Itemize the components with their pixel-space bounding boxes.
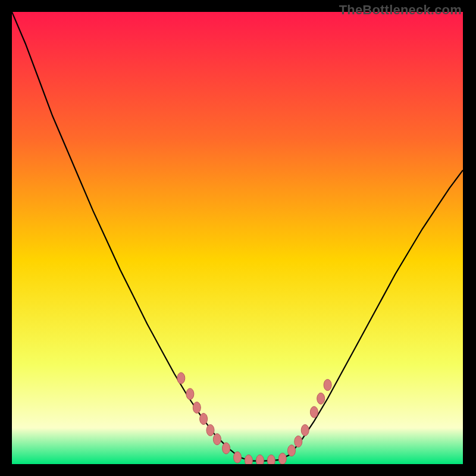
curve-marker xyxy=(186,389,194,400)
curve-marker xyxy=(267,455,275,464)
curve-marker xyxy=(177,372,185,384)
curve-marker xyxy=(245,455,252,464)
watermark-text: TheBottleneck.com xyxy=(339,2,462,18)
curve-marker xyxy=(193,402,201,414)
plot-frame xyxy=(12,12,463,464)
curve-marker xyxy=(223,443,230,454)
curve-marker xyxy=(317,393,325,404)
curve-marker xyxy=(206,425,214,436)
curve-marker xyxy=(288,445,296,456)
curve-marker xyxy=(301,425,309,436)
curve-marker xyxy=(200,414,208,425)
bottleneck-chart xyxy=(12,12,463,464)
curve-marker xyxy=(295,436,302,447)
curve-marker xyxy=(234,452,242,463)
gradient-background xyxy=(12,12,463,464)
curve-marker xyxy=(310,406,318,418)
curve-marker xyxy=(256,455,264,464)
curve-marker xyxy=(278,453,286,464)
curve-marker xyxy=(324,380,331,391)
curve-marker xyxy=(213,434,221,445)
